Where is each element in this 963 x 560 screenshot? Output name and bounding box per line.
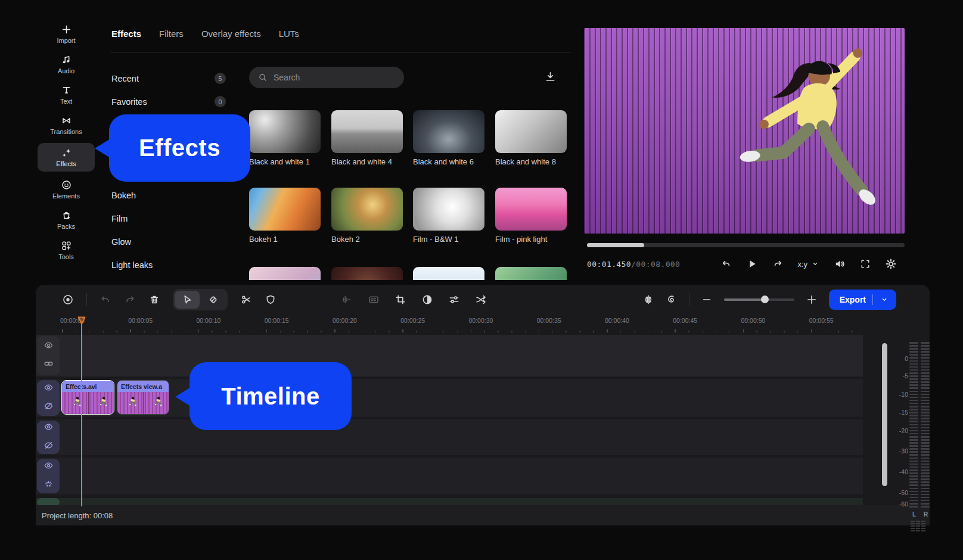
tab-filters[interactable]: Filters bbox=[159, 29, 184, 39]
play-button[interactable] bbox=[746, 258, 758, 270]
track-header-2 bbox=[37, 380, 60, 416]
effect-card-p1[interactable] bbox=[249, 267, 321, 280]
track3-visibility-toggle[interactable] bbox=[44, 422, 54, 434]
track4-visibility-toggle[interactable] bbox=[44, 461, 54, 473]
undo-button[interactable] bbox=[100, 294, 111, 306]
timeline-clip-1[interactable]: Effects.avi bbox=[61, 380, 114, 415]
contrast-button[interactable] bbox=[421, 294, 433, 306]
fullscreen-button[interactable] bbox=[859, 258, 871, 270]
track2-hide-toggle[interactable] bbox=[44, 401, 54, 413]
redo-button[interactable] bbox=[124, 294, 136, 306]
track-lane-1[interactable] bbox=[36, 335, 863, 377]
track-lane-3[interactable] bbox=[36, 419, 863, 455]
timeline-vertical-scrollbar[interactable] bbox=[882, 343, 887, 486]
effect-card-p3[interactable] bbox=[413, 267, 484, 280]
record-button[interactable] bbox=[62, 294, 74, 306]
track1-visibility-toggle[interactable] bbox=[44, 340, 54, 353]
track4-fx-toggle[interactable] bbox=[44, 479, 54, 491]
tab-overlay-effects[interactable]: Overlay effects bbox=[201, 29, 261, 39]
time-ruler[interactable]: 00:00:0000:00:0500:00:1000:00:1500:00:20… bbox=[36, 316, 864, 334]
captions-icon bbox=[368, 294, 380, 306]
zoom-in-button[interactable] bbox=[806, 294, 818, 306]
track-lane-4[interactable] bbox=[36, 458, 863, 494]
delete-button[interactable] bbox=[148, 294, 160, 306]
ruler-tick bbox=[784, 331, 785, 332]
category-bokeh[interactable]: Bokeh bbox=[111, 190, 136, 201]
aspect-ratio-button[interactable]: x:y bbox=[797, 259, 820, 269]
effect-card-p4[interactable] bbox=[495, 267, 567, 280]
sidebar-item-packs[interactable]: Packs bbox=[38, 207, 95, 232]
toolbar-divider bbox=[689, 293, 689, 306]
sidebar-item-tools[interactable]: Tools bbox=[38, 238, 95, 263]
shield-icon bbox=[265, 294, 277, 306]
category-favorites[interactable]: Favorites 0 bbox=[111, 96, 226, 107]
bag-plus-icon bbox=[61, 210, 72, 221]
step-forward-button[interactable] bbox=[772, 258, 784, 270]
zoom-out-button[interactable] bbox=[701, 294, 713, 306]
ruler-tick bbox=[716, 331, 717, 332]
sidebar-item-transitions[interactable]: Transitions bbox=[38, 113, 95, 138]
speaker-icon bbox=[834, 258, 846, 270]
sidebar-item-import[interactable]: Import bbox=[38, 21, 95, 46]
video-preview[interactable] bbox=[584, 28, 905, 234]
timeline-zoom-slider[interactable] bbox=[724, 298, 794, 301]
ruler-tick bbox=[430, 331, 431, 332]
effect-card-bokeh1[interactable]: Bokeh 1 bbox=[249, 188, 321, 244]
export-button[interactable]: Export bbox=[829, 290, 896, 310]
ruler-tick bbox=[811, 329, 812, 332]
sidebar-item-text[interactable]: Text bbox=[38, 82, 95, 107]
track-header-4 bbox=[37, 459, 60, 493]
ruler-tick bbox=[484, 331, 485, 332]
split-button[interactable] bbox=[240, 294, 252, 306]
track2-visibility-toggle[interactable] bbox=[44, 382, 54, 395]
adjust-button[interactable] bbox=[448, 294, 460, 306]
ruler-tick bbox=[416, 331, 417, 332]
effect-card-bokeh2[interactable]: Bokeh 2 bbox=[331, 188, 403, 244]
zoom-slider-thumb[interactable] bbox=[761, 295, 769, 303]
track-header-3 bbox=[37, 421, 60, 454]
tab-luts[interactable]: LUTs bbox=[279, 29, 299, 39]
meter-bar-right bbox=[921, 342, 930, 508]
effect-card-filmbw[interactable]: Film - B&W 1 bbox=[413, 188, 484, 244]
ruler-tick bbox=[76, 331, 77, 332]
effect-card-filmpink[interactable]: Film - pink light bbox=[495, 188, 567, 244]
preview-scrub-bar[interactable] bbox=[587, 243, 905, 247]
effect-card-bw8[interactable]: Black and white 8 bbox=[495, 110, 567, 166]
ruler-tick bbox=[185, 331, 186, 332]
sidebar-item-label: Audio bbox=[58, 67, 74, 74]
transition-button[interactable] bbox=[475, 294, 487, 306]
mirror-button[interactable] bbox=[642, 294, 654, 306]
track1-link-toggle[interactable] bbox=[44, 359, 54, 371]
audio-levels-button[interactable] bbox=[341, 294, 353, 306]
category-light-leaks[interactable]: Light leaks bbox=[111, 260, 153, 270]
mask-button[interactable] bbox=[265, 294, 277, 306]
download-button[interactable] bbox=[544, 70, 557, 85]
sidebar-item-elements[interactable]: Elements bbox=[38, 177, 95, 202]
timeline-clip-2[interactable]: Effects view.a bbox=[117, 380, 169, 415]
ruler-tick bbox=[743, 329, 744, 332]
select-tool[interactable] bbox=[175, 291, 200, 309]
settings-button[interactable] bbox=[885, 258, 897, 270]
step-back-icon bbox=[720, 258, 732, 270]
effect-card-bw4[interactable]: Black and white 4 bbox=[331, 110, 403, 166]
tab-effects[interactable]: Effects bbox=[111, 29, 141, 39]
search-input[interactable]: Search bbox=[249, 67, 404, 88]
captions-button[interactable] bbox=[368, 294, 380, 306]
track3-hide-toggle[interactable] bbox=[44, 440, 54, 453]
timeline-panel: Export 00:00:0000:00:0500:00:1000:00:150… bbox=[36, 285, 930, 525]
effect-card-p2[interactable] bbox=[331, 267, 403, 280]
category-recent[interactable]: Recent 5 bbox=[111, 73, 226, 84]
snap-button[interactable] bbox=[666, 294, 678, 306]
sidebar-item-effects[interactable]: Effects bbox=[38, 143, 95, 172]
effect-card-bw6[interactable]: Black and white 6 bbox=[413, 110, 484, 166]
blade-tool[interactable] bbox=[201, 291, 226, 309]
effect-card-bw1[interactable]: Black and white 1 bbox=[249, 110, 321, 166]
crop-button[interactable] bbox=[394, 294, 406, 306]
sidebar-item-audio[interactable]: Audio bbox=[38, 52, 95, 77]
step-back-button[interactable] bbox=[720, 258, 732, 270]
ruler-tick bbox=[89, 331, 91, 332]
category-film[interactable]: Film bbox=[111, 213, 128, 224]
ruler-tick bbox=[620, 331, 622, 332]
category-glow[interactable]: Glow bbox=[111, 237, 131, 247]
volume-button[interactable] bbox=[834, 258, 846, 270]
